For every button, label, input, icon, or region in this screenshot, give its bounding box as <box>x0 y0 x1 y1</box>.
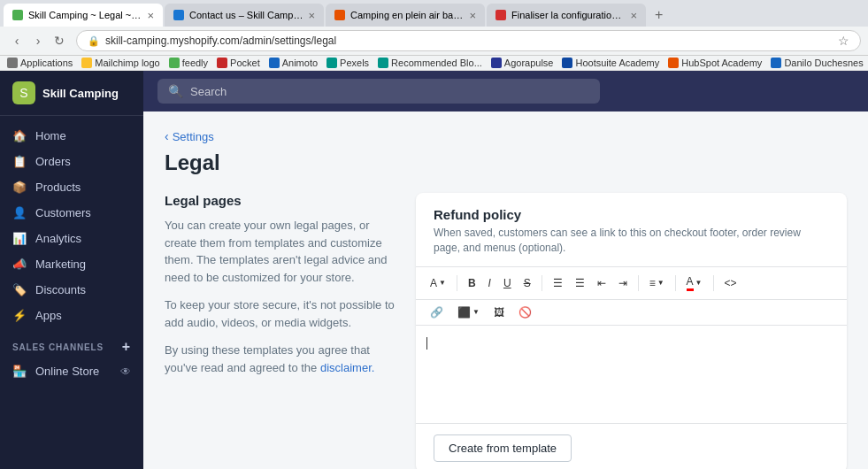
bold-button[interactable]: B <box>463 274 481 292</box>
remove-format-icon: 🚫 <box>518 306 532 319</box>
card-subtitle: When saved, customers can see a link to … <box>434 226 829 256</box>
bookmark-pocket[interactable]: Pocket <box>217 58 260 68</box>
bookmark-animoto[interactable]: Animoto <box>269 58 318 68</box>
online-store-icon: 🏪 <box>12 365 27 378</box>
products-icon: 📦 <box>12 181 27 194</box>
tab-1-favicon <box>12 10 23 20</box>
align-button[interactable]: ≡ <box>644 274 670 292</box>
font-size-button[interactable]: A <box>425 274 451 292</box>
sidebar-item-discounts[interactable]: 🏷️ Discounts <box>0 277 143 303</box>
bookmark-agorapulse-label: Agorapulse <box>504 58 554 68</box>
bookmark-animoto-icon <box>269 58 280 68</box>
disclaimer-link[interactable]: disclaimer. <box>320 361 374 374</box>
bookmark-applications-icon <box>7 58 18 68</box>
tab-4-title: Finaliser la configuration de votr... <box>511 10 625 20</box>
sidebar-item-home[interactable]: 🏠 Home <box>0 123 143 149</box>
new-tab-button[interactable]: + <box>648 4 670 27</box>
strikethrough-button[interactable]: S <box>518 274 536 292</box>
bookmark-recommended[interactable]: Recommended Blo... <box>378 58 482 68</box>
tab-2-close[interactable]: × <box>308 9 315 22</box>
store-name: Skill Camping <box>42 87 119 100</box>
create-from-template-button[interactable]: Create from template <box>434 434 572 462</box>
bookmark-agorapulse[interactable]: Agorapulse <box>491 58 554 68</box>
bookmark-recommended-icon <box>378 58 388 68</box>
search-box[interactable]: 🔍 Search <box>157 79 600 104</box>
outdent-button[interactable]: ⇤ <box>592 274 611 292</box>
reload-button[interactable]: ↻ <box>50 31 69 50</box>
italic-button[interactable]: I <box>483 274 496 292</box>
address-bar: ‹ › ↻ 🔒 skill-camping.myshopify.com/admi… <box>0 27 868 56</box>
bookmark-feedly[interactable]: feedly <box>169 58 208 68</box>
url-bar[interactable]: 🔒 skill-camping.myshopify.com/admin/sett… <box>76 30 861 51</box>
sidebar-item-apps-label: Apps <box>35 309 62 322</box>
code-icon: <> <box>725 277 737 289</box>
tab-4[interactable]: Finaliser la configuration de votr... × <box>487 4 646 27</box>
ordered-list-button[interactable]: ☰ <box>570 274 590 292</box>
bookmark-pocket-icon <box>217 58 227 68</box>
indent-button[interactable]: ⇥ <box>613 274 633 292</box>
bookmark-danilo[interactable]: Danilo Duchesnes <box>771 58 863 68</box>
bookmark-mailchimp[interactable]: Mailchimp logo <box>81 58 159 68</box>
sales-channels-section: SALES CHANNELS + <box>0 328 143 358</box>
code-button[interactable]: <> <box>719 274 742 292</box>
tab-1[interactable]: Skill Camping ~ Legal ~ Shopify × <box>4 4 163 27</box>
lock-icon: 🔒 <box>88 35 100 47</box>
sidebar-item-analytics-label: Analytics <box>35 232 81 245</box>
apps-icon: ⚡ <box>12 309 27 322</box>
tab-3-close[interactable]: × <box>469 9 476 22</box>
insert-button[interactable]: ⬛ <box>452 304 485 321</box>
add-channel-button[interactable]: + <box>122 339 131 355</box>
back-link[interactable]: ‹ Settings <box>165 129 847 143</box>
color-icon: A <box>687 275 694 291</box>
bookmark-applications[interactable]: Applications <box>7 58 73 68</box>
remove-format-button[interactable]: 🚫 <box>513 304 537 321</box>
bookmark-hubspot[interactable]: HubSpot Academy <box>668 58 762 68</box>
sidebar-item-analytics[interactable]: 📊 Analytics <box>0 226 143 251</box>
unordered-list-button[interactable]: ☰ <box>548 274 568 292</box>
toolbar-separator-1 <box>457 275 457 291</box>
sidebar-item-customers[interactable]: 👤 Customers <box>0 200 143 226</box>
sidebar-item-orders[interactable]: 📋 Orders <box>0 149 143 174</box>
analytics-icon: 📊 <box>12 232 27 245</box>
ordered-list-icon: ☰ <box>575 277 585 289</box>
search-icon: 🔍 <box>168 84 183 98</box>
sidebar-item-online-store[interactable]: 🏪 Online Store 👁 <box>0 358 143 384</box>
bookmark-hubspot-label: HubSpot Academy <box>681 58 762 68</box>
bookmark-star-icon[interactable]: ☆ <box>838 34 849 48</box>
sidebar-item-products[interactable]: 📦 Products <box>0 174 143 200</box>
sidebar-item-discounts-label: Discounts <box>35 283 86 296</box>
tab-4-close[interactable]: × <box>630 9 637 22</box>
bookmark-pexels[interactable]: Pexels <box>326 58 369 68</box>
shopify-icon: S <box>12 81 35 104</box>
sidebar-item-customers-label: Customers <box>35 206 91 219</box>
font-size-label: A <box>430 277 437 289</box>
back-button[interactable]: ‹ <box>7 31 27 50</box>
bookmark-hubspot-icon <box>668 58 679 68</box>
sidebar-item-products-label: Products <box>35 181 81 194</box>
sidebar-item-marketing[interactable]: 📣 Marketing <box>0 251 143 277</box>
forward-button[interactable]: › <box>28 31 48 50</box>
link-button[interactable]: 🔗 <box>425 304 449 321</box>
sidebar-item-apps[interactable]: ⚡ Apps <box>0 303 143 328</box>
two-column-layout: Legal pages You can create your own lega… <box>165 193 847 469</box>
bookmark-pocket-label: Pocket <box>230 58 260 68</box>
bold-icon: B <box>468 277 476 289</box>
underline-button[interactable]: U <box>498 274 517 292</box>
eye-icon[interactable]: 👁 <box>120 365 131 378</box>
bookmark-animoto-label: Animoto <box>282 58 318 68</box>
tab-2[interactable]: Contact us – Skill Camping × <box>165 4 324 27</box>
toolbar-separator-3 <box>638 275 639 291</box>
editor-body[interactable] <box>416 326 847 423</box>
tab-3[interactable]: Camping en plein air batterie de... × <box>326 4 485 27</box>
search-placeholder: Search <box>190 85 227 98</box>
indent-icon: ⇥ <box>618 277 627 289</box>
image-button[interactable]: 🖼 <box>488 304 510 321</box>
legal-pages-para1: You can create your own legal pages, or … <box>165 217 395 286</box>
page-title: Legal <box>165 150 847 175</box>
color-button[interactable]: A <box>681 273 708 294</box>
bookmark-hootsuite[interactable]: Hootsuite Academy <box>562 58 659 68</box>
marketing-icon: 📣 <box>12 258 27 271</box>
sales-channels-label: SALES CHANNELS <box>12 342 104 352</box>
bookmark-feedly-icon <box>169 58 180 68</box>
tab-1-close[interactable]: × <box>147 9 154 22</box>
